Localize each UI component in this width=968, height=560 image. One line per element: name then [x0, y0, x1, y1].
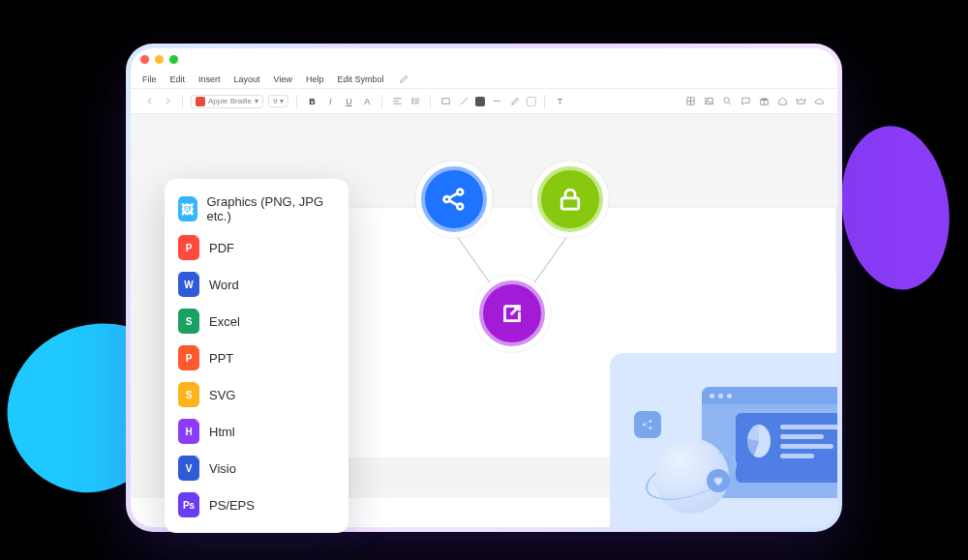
- text-tool-icon[interactable]: T: [553, 95, 566, 108]
- window-titlebar: [131, 48, 837, 70]
- heart-icon: [707, 469, 730, 492]
- menu-view[interactable]: View: [274, 74, 292, 84]
- word-file-icon: W: [178, 272, 199, 297]
- window-minimize-icon[interactable]: [155, 55, 164, 64]
- menu-insert[interactable]: Insert: [198, 74, 221, 84]
- bullets-icon[interactable]: [408, 95, 422, 108]
- gift-icon[interactable]: [757, 95, 771, 108]
- export-option-ps[interactable]: PsPS/EPS: [165, 486, 348, 523]
- image-icon[interactable]: [702, 95, 715, 108]
- svg-point-8: [444, 196, 450, 202]
- html-file-icon: H: [178, 419, 199, 444]
- svg-file-icon: S: [178, 382, 199, 407]
- underline-button[interactable]: U: [342, 95, 355, 108]
- share-illustration: [610, 353, 837, 527]
- align-left-icon[interactable]: [390, 95, 404, 108]
- message-icon[interactable]: [739, 95, 752, 108]
- decor-blob-purple: [832, 119, 960, 297]
- pdf-file-icon: P: [178, 235, 199, 260]
- export-option-label: Html: [209, 425, 235, 439]
- bold-button[interactable]: B: [305, 95, 318, 108]
- svg-point-2: [411, 103, 412, 103]
- export-option-label: Word: [209, 278, 239, 292]
- svg-point-0: [411, 99, 412, 100]
- nav-back-icon[interactable]: [142, 95, 156, 108]
- font-name: Apple Braille: [208, 97, 252, 105]
- line-style-icon[interactable]: [490, 95, 503, 108]
- export-option-label: PDF: [209, 241, 234, 255]
- illus-lines: [780, 425, 837, 471]
- svg-rect-3: [442, 99, 449, 104]
- export-option-pdf[interactable]: PPDF: [165, 229, 348, 266]
- shape-line-icon[interactable]: [457, 95, 470, 108]
- export-option-img[interactable]: 🖼Graphics (PNG, JPG etc.): [165, 189, 348, 229]
- font-color-swatch-icon: [196, 97, 205, 106]
- svg-point-9: [457, 190, 463, 195]
- search-icon[interactable]: [720, 95, 734, 108]
- shape-rect-icon[interactable]: [439, 95, 452, 108]
- export-option-xls[interactable]: SExcel: [165, 303, 348, 339]
- svg-point-10: [457, 204, 463, 210]
- img-file-icon: 🖼: [178, 196, 197, 221]
- fill-color-icon[interactable]: [475, 97, 485, 106]
- edit-symbol-icon[interactable]: [397, 73, 410, 86]
- menu-edit-symbol[interactable]: Edit Symbol: [337, 74, 383, 84]
- export-format-menu: 🖼Graphics (PNG, JPG etc.)PPDFWWordSExcel…: [165, 179, 348, 533]
- illus-share-icon: [634, 411, 661, 438]
- ppt-file-icon: P: [178, 345, 199, 370]
- svg-point-13: [650, 420, 651, 422]
- visio-file-icon: V: [178, 456, 199, 481]
- export-option-word[interactable]: WWord: [165, 266, 348, 303]
- italic-button[interactable]: I: [323, 95, 337, 108]
- pencil-icon[interactable]: [508, 95, 522, 108]
- svg-point-1: [411, 101, 412, 102]
- text-color-button[interactable]: A: [360, 95, 374, 108]
- share-node[interactable]: [421, 166, 487, 232]
- menu-layout[interactable]: Layout: [234, 74, 260, 84]
- export-option-svg[interactable]: SSVG: [165, 376, 348, 413]
- export-option-label: Visio: [209, 461, 236, 476]
- export-icon: [498, 299, 527, 328]
- export-option-label: Graphics (PNG, JPG etc.): [207, 194, 336, 223]
- crown-icon[interactable]: [794, 95, 807, 108]
- svg-rect-4: [705, 98, 711, 103]
- nav-fwd-icon[interactable]: [161, 95, 174, 108]
- export-node[interactable]: [479, 280, 545, 346]
- illus-dashboard: [736, 413, 837, 483]
- menu-help[interactable]: Help: [306, 74, 324, 84]
- bg-color-icon[interactable]: [527, 97, 536, 106]
- svg-point-6: [723, 98, 729, 103]
- menu-edit[interactable]: Edit: [170, 74, 186, 84]
- svg-point-14: [650, 427, 651, 428]
- export-option-label: SVG: [209, 388, 235, 402]
- font-select[interactable]: Apple Braille ▾: [191, 95, 263, 108]
- export-option-visio[interactable]: VVisio: [165, 450, 348, 486]
- cloud-icon[interactable]: [812, 95, 826, 108]
- lock-node[interactable]: [537, 166, 603, 232]
- menu-file[interactable]: File: [142, 74, 157, 84]
- lock-icon: [556, 185, 585, 214]
- format-toolbar: Apple Braille ▾ 9 ▾ B I U A T: [131, 89, 837, 114]
- share-icon: [439, 185, 469, 214]
- window-zoom-icon[interactable]: [169, 55, 178, 64]
- export-option-html[interactable]: HHtml: [165, 413, 348, 450]
- font-size-select[interactable]: 9 ▾: [268, 95, 288, 107]
- pie-icon: [747, 425, 771, 457]
- ps-file-icon: Ps: [178, 492, 199, 517]
- export-option-label: Excel: [209, 314, 240, 329]
- grid-icon[interactable]: [683, 95, 697, 108]
- export-option-label: PS/EPS: [209, 498, 255, 513]
- svg-point-12: [643, 424, 645, 426]
- svg-rect-11: [561, 198, 579, 209]
- export-option-label: PPT: [209, 351, 233, 366]
- menu-bar: FileEditInsertLayoutViewHelpEdit Symbol: [131, 70, 837, 89]
- export-option-ppt[interactable]: PPPT: [165, 339, 348, 376]
- home-icon[interactable]: [775, 95, 789, 108]
- window-close-icon[interactable]: [140, 55, 149, 64]
- xls-file-icon: S: [178, 309, 199, 334]
